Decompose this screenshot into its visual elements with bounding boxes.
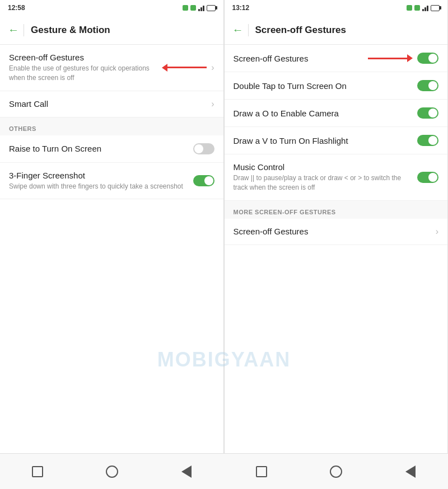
right-settings-list: Screen-off Gestures Double Tap to Turn S… (225, 45, 448, 453)
red-arrow-head-right (407, 54, 413, 62)
flashlight-toggle[interactable] (417, 135, 438, 146)
screen-off-main-toggle[interactable] (417, 53, 438, 64)
left-recent-apps-icon (32, 466, 43, 477)
right-notif-icon2 (414, 5, 420, 11)
smart-call-chevron: › (211, 99, 214, 109)
double-tap-item[interactable]: Double Tap to Turn Screen On (225, 72, 448, 100)
red-arrow-left-annotation (162, 64, 207, 72)
right-panel: 13:12 ← Screen-off Gestures (225, 0, 449, 453)
left-recent-apps-button[interactable] (25, 459, 50, 484)
right-recent-apps-icon (256, 466, 267, 477)
music-control-item[interactable]: Music Control Draw || to pause/play a tr… (225, 154, 448, 201)
smart-call-title: Smart Call (9, 99, 211, 109)
screen-off-gestures-item[interactable]: Screen-off Gestures Enable the use of ge… (0, 45, 223, 91)
screen-off-toggle-item[interactable]: Screen-off Gestures (225, 45, 448, 72)
enable-camera-toggle[interactable] (417, 107, 438, 119)
left-time: 12:58 (8, 4, 25, 12)
raise-to-turn-item[interactable]: Raise to Turn On Screen (0, 135, 223, 163)
red-arrow-line (167, 67, 207, 68)
left-title-divider (24, 24, 24, 36)
right-nav-bar (224, 454, 448, 489)
left-battery-icon (207, 5, 216, 11)
left-signal-icon (198, 5, 204, 11)
right-back-nav-button[interactable] (398, 459, 423, 484)
flashlight-item[interactable]: Draw a V to Turn On Flashlight (225, 127, 448, 154)
right-back-icon (405, 466, 416, 478)
screen-off-gestures-more-item[interactable]: Screen-off Gestures › (225, 219, 448, 245)
others-section-header: OTHERS (0, 117, 223, 135)
right-title-divider (248, 24, 249, 36)
right-status-bar: 13:12 (225, 0, 448, 16)
three-finger-title: 3-Finger Screenshot (9, 171, 193, 180)
more-section-header: MORE SCREEN-OFF GESTURES (225, 201, 448, 219)
right-status-icons (407, 5, 440, 11)
double-tap-toggle[interactable] (417, 80, 438, 91)
left-home-button[interactable] (100, 459, 124, 484)
music-control-subtitle: Draw || to pause/play a track or draw < … (234, 173, 418, 192)
screen-off-gestures-more-title: Screen-off Gestures (234, 227, 436, 236)
three-finger-subtitle: Swipe down with three fingers to quickly… (9, 182, 193, 191)
right-back-button[interactable]: ← (232, 23, 244, 36)
left-page-title: Gesture & Motion (31, 25, 110, 36)
left-back-nav-button[interactable] (174, 459, 199, 484)
left-settings-list: Screen-off Gestures Enable the use of ge… (0, 45, 223, 453)
left-panel: 12:58 ← Gesture & Motion (0, 0, 224, 453)
flashlight-title: Draw a V to Turn On Flashlight (234, 136, 418, 145)
left-back-icon (181, 466, 192, 478)
right-notif-icon (407, 5, 412, 11)
raise-to-turn-title: Raise to Turn On Screen (9, 144, 193, 153)
right-home-icon (330, 466, 342, 478)
right-top-bar: ← Screen-off Gestures (225, 16, 448, 45)
left-status-bar: 12:58 (0, 0, 223, 16)
left-nav-bar (0, 454, 224, 489)
enable-camera-title: Draw a O to Enable Camera (234, 109, 418, 118)
enable-camera-item[interactable]: Draw a O to Enable Camera (225, 100, 448, 127)
nav-bar (0, 453, 448, 489)
screen-off-chevron: › (211, 63, 214, 73)
left-notif-icon2 (190, 5, 196, 11)
left-back-button[interactable]: ← (8, 23, 19, 36)
screen-off-gestures-title: Screen-off Gestures (9, 53, 162, 62)
music-control-toggle[interactable] (417, 172, 438, 183)
right-battery-icon (431, 5, 440, 11)
three-finger-item[interactable]: 3-Finger Screenshot Swipe down with thre… (0, 163, 223, 200)
screen-off-gestures-subtitle: Enable the use of gestures for quick ope… (9, 64, 162, 83)
right-home-button[interactable] (324, 459, 348, 484)
left-home-icon (106, 466, 118, 478)
left-notif-icon (183, 5, 188, 11)
right-page-title: Screen-off Gestures (255, 25, 347, 36)
smart-call-item[interactable]: Smart Call › (0, 91, 223, 117)
screen-off-more-chevron: › (436, 227, 438, 237)
left-top-bar: ← Gesture & Motion (0, 16, 223, 45)
raise-to-turn-toggle[interactable] (193, 143, 214, 154)
right-recent-apps-button[interactable] (249, 459, 274, 484)
red-arrow-head (162, 64, 167, 72)
right-signal-icon (422, 5, 428, 11)
double-tap-title: Double Tap to Turn Screen On (234, 81, 418, 91)
red-arrow-right-annotation (368, 54, 413, 62)
screen-off-toggle-title: Screen-off Gestures (234, 54, 368, 63)
right-time: 13:12 (232, 4, 250, 12)
three-finger-toggle[interactable] (193, 175, 214, 186)
left-status-icons (183, 5, 216, 11)
red-arrow-line-right (368, 58, 407, 59)
music-control-title: Music Control (234, 162, 418, 172)
